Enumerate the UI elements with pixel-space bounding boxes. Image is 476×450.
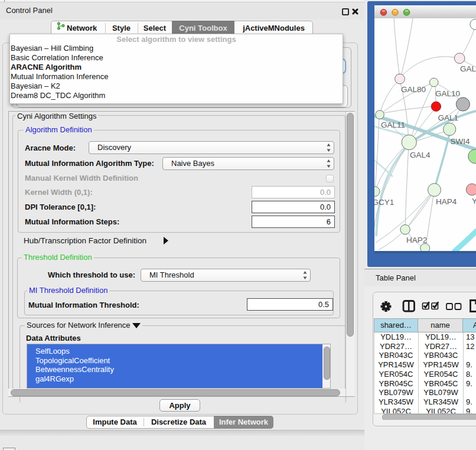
svg-text:GAL80: GAL80: [460, 64, 476, 73]
svg-text:HAP4: HAP4: [436, 197, 457, 206]
svg-text:HAP2: HAP2: [406, 236, 427, 244]
svg-text:GAL10: GAL10: [435, 89, 460, 98]
svg-text:GCY1: GCY1: [374, 198, 394, 207]
svg-text:SWI4: SWI4: [451, 137, 470, 146]
svg-text:Y: Y: [472, 197, 476, 206]
svg-text:GAL11: GAL11: [381, 120, 405, 129]
svg-text:GAL1: GAL1: [438, 113, 459, 122]
svg-text:GAL80: GAL80: [401, 85, 426, 94]
svg-text:GAL4: GAL4: [410, 151, 431, 159]
